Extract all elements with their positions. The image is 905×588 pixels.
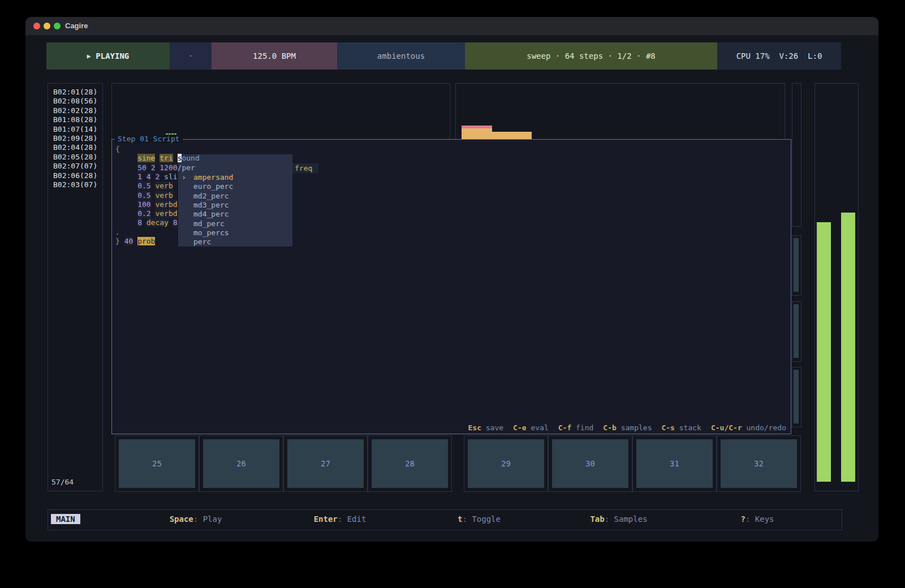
code-line[interactable]: . — [115, 228, 120, 237]
autocomplete-item[interactable]: ampersand — [193, 173, 233, 182]
editor-shortcut: Esc save — [468, 423, 503, 432]
editor-shortcut: C-f find — [558, 423, 594, 432]
hidden-step-edge — [792, 235, 801, 296]
pattern-slot[interactable]: B01:08(28) — [48, 115, 102, 124]
script-editor[interactable]: Step 01 Script › ampersandeuro_percmd2_p… — [111, 139, 791, 434]
code-line[interactable]: 0.2 verbd — [115, 209, 178, 218]
pattern-slot[interactable]: B02:07(07) — [48, 162, 102, 171]
step-cell: 31 — [632, 435, 717, 492]
code-line[interactable]: sine tri sound — [115, 154, 200, 163]
transport-status[interactable]: ▶PLAYING — [46, 42, 170, 70]
step-block[interactable]: 29 — [468, 439, 544, 488]
step-block[interactable]: 26 — [203, 439, 279, 488]
titlebar[interactable] — [25, 17, 878, 35]
pattern-list-panel: B02:01(28)B02:08(56)B02:02(28)B01:08(28)… — [48, 83, 103, 491]
minimize-window-button[interactable] — [44, 23, 50, 29]
pattern-slot[interactable]: B02:09(28) — [48, 134, 102, 143]
autocomplete-item[interactable]: md4_perc — [193, 210, 229, 219]
window-title: Cagire — [65, 21, 88, 30]
code-line[interactable]: { — [115, 145, 120, 154]
pattern-info[interactable]: sweep · 64 steps · 1/2 · #8 — [465, 42, 717, 70]
step-block[interactable]: 30 — [552, 439, 628, 488]
step-cell: 26 — [199, 435, 283, 492]
system-stats: CPU 17% V:26 L:0 — [717, 42, 841, 70]
code-line[interactable]: 8 decay 8 — [115, 218, 178, 227]
step-cell: 28 — [368, 435, 452, 492]
code-line[interactable]: } 40 prob — [115, 237, 155, 246]
editor-shortcut: C-b samples — [603, 423, 652, 432]
footer-shortcut[interactable]: ?: Keys — [740, 514, 774, 524]
pattern-slot[interactable]: B02:06(28) — [48, 171, 102, 180]
step-block[interactable]: 28 — [372, 439, 448, 488]
autocomplete-item[interactable]: perc — [193, 237, 211, 247]
mode-badge: MAIN — [51, 514, 80, 524]
autocomplete-item[interactable]: md3_perc — [193, 201, 229, 210]
step-block[interactable]: 27 — [287, 439, 364, 488]
code-line[interactable]: 50 2 1200/per — [115, 163, 195, 172]
bpm-display[interactable]: 125.0 BPM — [212, 42, 337, 70]
autocomplete-popup: › ampersandeuro_percmd2_percmd3_percmd4_… — [178, 154, 292, 247]
automation-bar[interactable] — [462, 128, 492, 139]
hidden-step-edge — [792, 367, 801, 427]
scene-name[interactable]: ambientous — [337, 42, 465, 70]
transport-status-label: PLAYING — [96, 51, 129, 60]
step-blocks-row: 2526272829303132 — [0, 435, 905, 491]
step-block[interactable]: 31 — [636, 439, 713, 488]
autocomplete-item[interactable]: euro_perc — [193, 182, 233, 191]
pattern-slot[interactable]: B02:04(28) — [48, 143, 102, 152]
pattern-slot[interactable]: B02:01(28) — [48, 88, 102, 97]
maximize-window-button[interactable] — [54, 23, 61, 29]
code-line[interactable]: 100 verbd — [115, 200, 178, 209]
automation-bar[interactable] — [492, 132, 532, 139]
automation-lane-panel — [455, 83, 785, 141]
pattern-slot[interactable]: B02:03(07) — [48, 180, 102, 189]
code-line[interactable]: 1 4 2 sli — [115, 172, 178, 181]
hidden-step-edge — [792, 301, 801, 362]
autocomplete-item[interactable]: md2_perc — [193, 192, 229, 201]
step-cell: 30 — [548, 435, 632, 492]
close-window-button[interactable] — [33, 23, 40, 29]
step-cell: 29 — [464, 435, 548, 492]
step-block[interactable]: 25 — [119, 439, 195, 488]
pattern-slot[interactable]: B01:07(14) — [48, 125, 102, 134]
autocomplete-item[interactable]: md_perc — [193, 219, 225, 228]
step-cell: 25 — [115, 435, 199, 492]
pattern-slot[interactable]: B02:02(28) — [48, 106, 102, 115]
editor-keybindings: Esc saveC-e evalC-f findC-b samplesC-s s… — [458, 423, 786, 432]
footer-bar: MAIN Space: PlayEnter: Editt: ToggleTab:… — [48, 509, 842, 530]
hidden-row-edge — [792, 83, 801, 227]
editor-shortcut: C-u/C-r undo/redo — [711, 423, 786, 432]
editor-title: Step 01 Script — [115, 135, 183, 143]
code-line[interactable]: 0.5 verb — [115, 181, 173, 191]
pattern-slot[interactable]: B02:08(56) — [48, 97, 102, 106]
editor-shortcut: C-e eval — [513, 423, 549, 432]
step-cell: 32 — [717, 435, 801, 492]
signature-hint: freq — [292, 163, 318, 173]
footer-shortcut[interactable]: t: Toggle — [458, 514, 501, 524]
footer-shortcut[interactable]: Tab: Samples — [590, 514, 647, 524]
step-cell: 27 — [283, 435, 368, 492]
app-screen: Cagire ▶PLAYING · 125.0 BPM ambientous s… — [0, 0, 905, 588]
pattern-grid-panel — [111, 83, 450, 141]
autocomplete-item[interactable]: mo_percs — [193, 228, 229, 237]
code-line[interactable]: 0.5 verb — [115, 191, 173, 200]
autocomplete-pointer-icon: › — [182, 173, 186, 182]
pattern-list: B02:01(28)B02:08(56)B02:02(28)B01:08(28)… — [48, 88, 102, 189]
footer-shortcut[interactable]: Enter: Edit — [314, 514, 367, 524]
pattern-slot[interactable]: B02:05(28) — [48, 153, 102, 162]
step-block[interactable]: 32 — [721, 439, 797, 488]
play-icon: ▶ — [87, 53, 91, 60]
footer-shortcut[interactable]: Space: Play — [170, 514, 222, 524]
editor-shortcut: C-s stack — [661, 423, 701, 432]
status-dot: · — [170, 42, 212, 70]
